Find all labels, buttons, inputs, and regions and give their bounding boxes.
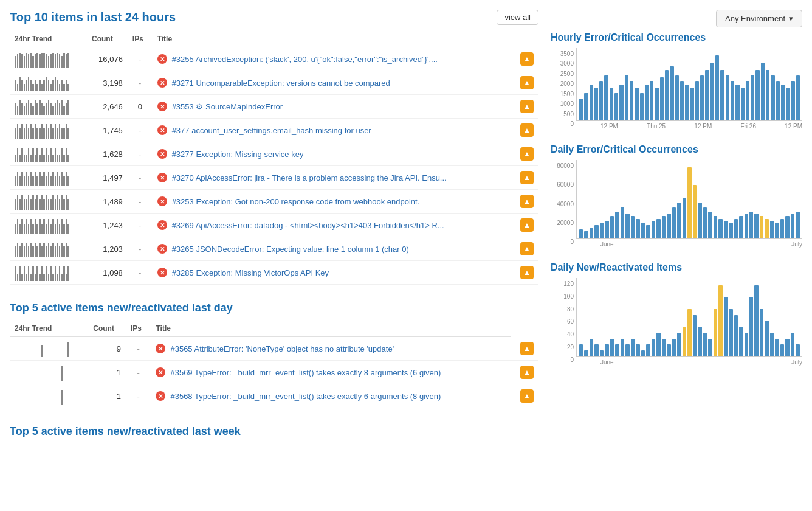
y-axis-label: 60000 [551, 181, 574, 188]
y-axis-label: 2000 [551, 80, 574, 87]
issue-link[interactable]: #3253 Exception: Got non-200 response co… [172, 197, 420, 206]
chart-bar [796, 75, 800, 120]
alert-icon[interactable]: ▲ [520, 342, 534, 355]
chart-bar [718, 219, 722, 238]
issue-link[interactable]: #3255 ArchivedException: ('slack', 200, … [172, 55, 438, 64]
chart-bar [656, 333, 660, 356]
chart-bar [780, 344, 784, 356]
table-row: 16,076-✕#3255 ArchivedException: ('slack… [10, 47, 538, 71]
y-axis-label: 40000 [551, 201, 574, 207]
alert-icon[interactable]: ▲ [520, 266, 534, 279]
chart-bar [791, 81, 794, 120]
alert-icon[interactable]: ▲ [520, 123, 534, 137]
chart-bar [765, 219, 768, 238]
chart-bar [600, 350, 604, 356]
chart-bar [726, 75, 729, 120]
alert-icon[interactable]: ▲ [520, 389, 534, 403]
chart-bar [693, 315, 697, 356]
ip-cell: - [126, 361, 151, 384]
chart-bar [786, 88, 790, 120]
action-cell: ▲ [511, 142, 538, 166]
view-all-button[interactable]: view all [497, 10, 538, 25]
ip-cell: - [128, 190, 153, 214]
issue-link[interactable]: #3285 Exception: Missing VictorOps API K… [172, 268, 329, 277]
table-row: 1,745-✕#377 account_user_settings.email_… [10, 119, 538, 142]
issue-link[interactable]: #3553 ⚙ SourceMapIndexError [172, 102, 283, 111]
chart-bar [735, 85, 739, 120]
top10-title: Top 10 items in last 24 hours [10, 10, 176, 24]
alert-icon[interactable]: ▲ [520, 195, 534, 208]
ip-cell: - [128, 119, 153, 142]
issue-link[interactable]: #3270 ApiAccessError: jira - There is a … [172, 173, 447, 182]
chart-bar [749, 212, 753, 238]
chart-bar [734, 315, 738, 356]
table-row: 3,198-✕#3271 UncomparableException: vers… [10, 71, 538, 95]
top10-table: 24hr Trend Count IPs Title 16,076-✕#3255… [10, 32, 538, 285]
count-cell: 1,497 [87, 166, 128, 190]
error-icon: ✕ [157, 173, 167, 182]
chart-bar [724, 221, 728, 238]
ip-cell: - [128, 237, 153, 261]
count-cell: 1,098 [87, 261, 128, 285]
chart-bar [708, 339, 712, 356]
chart-bar [710, 63, 714, 120]
count-cell: 3,198 [87, 71, 128, 95]
chart-bar [698, 203, 701, 238]
issue-link[interactable]: #3271 UncomparableException: versions ca… [172, 78, 390, 88]
col-count: Count [87, 32, 128, 47]
alert-icon[interactable]: ▲ [520, 366, 534, 379]
chart-bar [646, 344, 650, 356]
issue-link[interactable]: #3565 AttributeError: 'NoneType' object … [170, 344, 394, 353]
alert-icon[interactable]: ▲ [520, 171, 534, 184]
trend-cell [10, 166, 87, 190]
issue-link[interactable]: #3265 JSONDecodeError: Expecting value: … [172, 245, 409, 254]
chart-bar [631, 339, 635, 356]
col-count2: Count [88, 322, 126, 337]
title-cell: ✕#3565 AttributeError: 'NoneType' object… [151, 337, 510, 361]
chart-bar [754, 285, 758, 356]
chart-bar [599, 81, 603, 120]
alert-icon[interactable]: ▲ [520, 147, 534, 161]
error-icon: ✕ [156, 344, 165, 353]
chart-bar [775, 339, 779, 356]
alert-icon[interactable]: ▲ [520, 52, 534, 66]
table-row: 1,243-✕#3269 ApiAccessError: datadog - <… [10, 214, 538, 237]
x-axis-label: June [600, 359, 614, 366]
table-row: 1,098-✕#3285 Exception: Missing VictorOp… [10, 261, 538, 285]
chart-bar [741, 88, 745, 120]
action-cell: ▲ [511, 190, 538, 214]
chart-bar [625, 344, 629, 356]
trend-cell [10, 384, 88, 408]
chart-bar [739, 327, 743, 356]
alert-icon[interactable]: ▲ [520, 218, 534, 232]
env-label: Any Environment [725, 14, 785, 23]
env-dropdown[interactable]: Any Environment ▾ [716, 10, 802, 27]
action-cell: ▲ [511, 71, 538, 95]
chart-bar [615, 344, 619, 356]
error-icon: ✕ [157, 149, 167, 159]
chart-bar [751, 75, 754, 120]
issue-link[interactable]: #377 account_user_settings.email_hash mi… [172, 126, 371, 135]
alert-icon[interactable]: ▲ [520, 242, 534, 255]
chart-bar [630, 81, 633, 120]
chart-bar [680, 81, 684, 120]
chart-bar [683, 327, 686, 356]
chart-bar [590, 339, 593, 356]
chart-bar [645, 85, 649, 120]
chart-bar [703, 207, 707, 238]
issue-link[interactable]: #3569 TypeError: _build_mrr_event_list()… [170, 368, 441, 377]
chart-bar [780, 219, 784, 238]
chart-bar [731, 81, 734, 120]
alert-icon[interactable]: ▲ [520, 100, 534, 113]
issue-link[interactable]: #3568 TypeError: _build_mrr_event_list()… [170, 392, 441, 401]
chart-bar [594, 225, 598, 238]
chart-bar [745, 214, 748, 238]
chart-bar [685, 85, 689, 120]
alert-icon[interactable]: ▲ [520, 76, 534, 89]
chart-bar [775, 223, 779, 238]
chart-bar [655, 88, 658, 120]
title-cell: ✕#3277 Exception: Missing service key [153, 142, 511, 166]
issue-link[interactable]: #3269 ApiAccessError: datadog - <html><b… [172, 221, 444, 230]
issue-link[interactable]: #3277 Exception: Missing service key [172, 150, 304, 159]
chart-bar [656, 219, 660, 238]
